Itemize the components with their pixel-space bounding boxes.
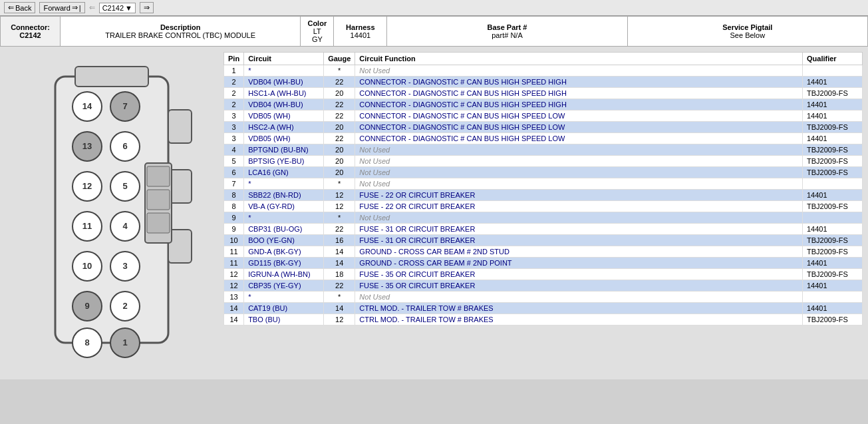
- navigate-next-button[interactable]: ⇒: [140, 2, 154, 13]
- cell-function: CONNECTOR - DIAGNOSTIC # CAN BUS HIGH SP…: [355, 99, 803, 110]
- col-header-function: Circuit Function: [355, 53, 803, 65]
- cell-function: Not Used: [355, 156, 803, 167]
- cell-qualifier: TBJ2009-FS: [803, 314, 863, 325]
- cell-circuit: VDB04 (WH-BU): [244, 77, 324, 88]
- basepart-label: Base Part #: [392, 23, 621, 31]
- cell-circuit: BPTGND (BU-BN): [244, 144, 324, 156]
- table-row: 12 IGRUN-A (WH-BN) 18 FUSE - 35 OR CIRCU…: [224, 269, 863, 280]
- cell-pin: 1: [224, 65, 244, 77]
- cell-qualifier: 14401: [803, 258, 863, 269]
- cell-qualifier: 14401: [803, 77, 863, 88]
- cell-pin: 12: [224, 280, 244, 292]
- table-row: 9 * * Not Used: [224, 212, 863, 224]
- basepart-cell: Base Part # part# N/A: [387, 17, 627, 46]
- svg-rect-1: [75, 67, 148, 87]
- back-button[interactable]: ⇐ Back: [4, 2, 35, 13]
- cell-function: Not Used: [355, 178, 803, 190]
- col-header-circuit: Circuit: [244, 53, 324, 65]
- cell-pin: 12: [224, 269, 244, 280]
- connector-dropdown[interactable]: C2142 ▼: [99, 3, 136, 13]
- cell-circuit: VB-A (GY-RD): [244, 201, 324, 212]
- cell-circuit: HSC1-A (WH-BU): [244, 88, 324, 99]
- table-row: 1 * * Not Used: [224, 65, 863, 77]
- desc-label: Description: [66, 23, 295, 31]
- table-row: 11 GD115 (BK-GY) 14 GROUND - CROSS CAR B…: [224, 258, 863, 269]
- cell-qualifier: 14401: [803, 224, 863, 235]
- forward-button[interactable]: Forward ⇒ |: [39, 2, 84, 13]
- cell-qualifier: TBJ2009-FS: [803, 144, 863, 156]
- cell-pin: 3: [224, 133, 244, 144]
- desc-value: TRAILER BRAKE CONTROL (TBC) MODULE: [66, 31, 295, 39]
- svg-text:4: 4: [122, 221, 128, 231]
- svcpigtail-label: Service Pigtail: [633, 23, 862, 31]
- col-header-gauge: Gauge: [324, 53, 355, 65]
- col-header-pin: Pin: [224, 53, 244, 65]
- cell-circuit: VDB04 (WH-BU): [244, 99, 324, 110]
- svg-text:2: 2: [122, 301, 127, 311]
- cell-gauge: 12: [324, 314, 355, 325]
- cell-pin: 3: [224, 110, 244, 122]
- forward-arrow-icon: ⇒: [72, 3, 78, 12]
- cell-gauge: 14: [324, 303, 355, 314]
- cell-pin: 6: [224, 167, 244, 178]
- back-label: Back: [15, 4, 31, 12]
- cell-qualifier: [803, 292, 863, 303]
- harness-value: 14401: [339, 31, 381, 39]
- svg-rect-7: [147, 190, 170, 210]
- cell-pin: 8: [224, 190, 244, 201]
- cell-function: CONNECTOR - DIAGNOSTIC # CAN BUS HIGH SP…: [355, 133, 803, 144]
- table-row: 2 VDB04 (WH-BU) 22 CONNECTOR - DIAGNOSTI…: [224, 99, 863, 110]
- cell-qualifier: 14401: [803, 280, 863, 292]
- cell-function: Not Used: [355, 65, 803, 77]
- dropdown-arrow-icon: ▼: [125, 4, 132, 12]
- connector-label: Connector:: [6, 23, 55, 31]
- cell-circuit: *: [244, 292, 324, 303]
- table-row: 8 VB-A (GY-RD) 12 FUSE - 22 OR CIRCUIT B…: [224, 201, 863, 212]
- cell-function: Not Used: [355, 167, 803, 178]
- cell-qualifier: TBJ2009-FS: [803, 167, 863, 178]
- cell-function: FUSE - 22 OR CIRCUIT BREAKER: [355, 201, 803, 212]
- table-section: Pin Circuit Gauge Circuit Function Quali…: [223, 52, 863, 374]
- cell-function: Not Used: [355, 212, 803, 224]
- cell-circuit: GD115 (BK-GY): [244, 258, 324, 269]
- table-row: 7 * * Not Used: [224, 178, 863, 190]
- svg-rect-2: [168, 110, 192, 143]
- table-row: 3 HSC2-A (WH) 20 CONNECTOR - DIAGNOSTIC …: [224, 122, 863, 133]
- cell-circuit: LCA16 (GN): [244, 167, 324, 178]
- cell-qualifier: [803, 178, 863, 190]
- connector-diagram: 14 7 13 6 12 5 11 4 10 3: [5, 52, 218, 374]
- table-row: 11 GND-A (BK-GY) 14 GROUND - CROSS CAR B…: [224, 246, 863, 258]
- svg-text:9: 9: [84, 301, 89, 311]
- table-row: 13 * * Not Used: [224, 292, 863, 303]
- right-arrow-icon: ⇒: [144, 3, 150, 12]
- cell-gauge: 22: [324, 77, 355, 88]
- cell-pin: 3: [224, 122, 244, 133]
- cell-pin: 5: [224, 156, 244, 167]
- cell-circuit: SBB22 (BN-RD): [244, 190, 324, 201]
- separator: ⇐: [89, 3, 95, 12]
- cell-gauge: 22: [324, 280, 355, 292]
- cell-qualifier: TBJ2009-FS: [803, 235, 863, 246]
- cell-circuit: HSC2-A (WH): [244, 122, 324, 133]
- table-row: 4 BPTGND (BU-BN) 20 Not Used TBJ2009-FS: [224, 144, 863, 156]
- cell-function: FUSE - 31 OR CIRCUIT BREAKER: [355, 224, 803, 235]
- cell-qualifier: TBJ2009-FS: [803, 156, 863, 167]
- col-header-qualifier: Qualifier: [803, 53, 863, 65]
- back-arrow-icon: ⇐: [8, 3, 14, 12]
- cell-pin: 2: [224, 99, 244, 110]
- cell-gauge: 12: [324, 201, 355, 212]
- color-cell: Color LTGY: [301, 17, 334, 46]
- cell-circuit: IGRUN-A (WH-BN): [244, 269, 324, 280]
- svcpigtail-value: See Below: [633, 31, 862, 39]
- cell-circuit: *: [244, 212, 324, 224]
- cell-circuit: CAT19 (BU): [244, 303, 324, 314]
- svg-rect-8: [147, 213, 170, 233]
- cell-qualifier: 14401: [803, 190, 863, 201]
- cell-qualifier: 14401: [803, 99, 863, 110]
- cell-pin: 2: [224, 88, 244, 99]
- cell-function: Not Used: [355, 144, 803, 156]
- table-row: 6 LCA16 (GN) 20 Not Used TBJ2009-FS: [224, 167, 863, 178]
- cell-circuit: TBO (BU): [244, 314, 324, 325]
- connector-info-cell: Connector: C2142: [1, 17, 61, 46]
- cell-circuit: GND-A (BK-GY): [244, 246, 324, 258]
